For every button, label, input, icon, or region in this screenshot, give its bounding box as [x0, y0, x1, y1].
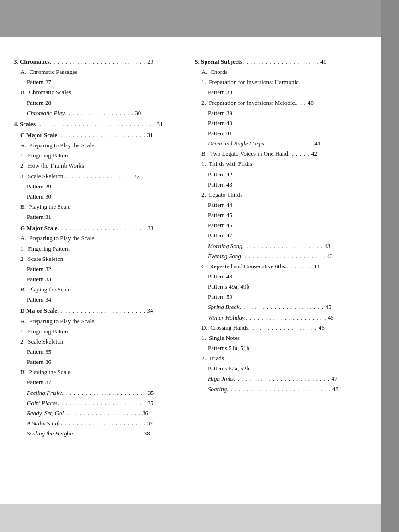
toc-numbered-item: 2. How the Thumb Works — [14, 161, 186, 170]
page-num: 31 — [145, 131, 153, 140]
toc-numbered-item: 2. Scale Skeleton — [14, 254, 186, 264]
item-text: Patterns 52a, 52b — [208, 365, 249, 372]
page-num: 30 — [133, 109, 141, 118]
item-text: Pattern 29 — [27, 183, 51, 190]
toc-alpha-item: A. Chords — [195, 67, 367, 77]
item-text: How the Thumb Works — [28, 162, 84, 169]
item-text: Pattern 30 — [27, 193, 51, 200]
toc-numbered-item: 2. Triads — [195, 354, 367, 363]
dots: . . . . . . . . . . . . . . . . . . . . … — [241, 252, 326, 261]
toc-plain-item: Pattern 39 — [195, 109, 367, 118]
item-text: Chords — [210, 68, 228, 75]
item-text: Pattern 48 — [208, 273, 232, 280]
top-bar — [0, 0, 381, 37]
dots: . . . . . . . . . . . . . . . . . . . . … — [242, 242, 323, 251]
item-text: Pattern 45 — [208, 212, 232, 218]
toc-plain-item: Patterns 52a, 52b — [195, 364, 367, 373]
toc-plain-item: Pattern 41 — [195, 129, 367, 138]
right-column: 5. Special Subjects. . . . . . . . . . .… — [195, 55, 367, 486]
toc-alpha-item: B. Chromatic Scales — [14, 88, 186, 97]
alpha-label: B. — [20, 203, 29, 210]
item-text: Pattern 34 — [27, 296, 51, 303]
num-label: 2. — [20, 255, 28, 262]
item-text: G Major Scale — [20, 224, 58, 233]
toc-numbered-item: 2. Legato Thirds — [195, 190, 367, 200]
toc-numbered-item: 1. Thirds with Fifths — [195, 159, 367, 169]
item-text: Playing the Scale — [29, 369, 70, 375]
item-text: Patterns 51a, 51b — [208, 345, 249, 351]
toc-plain-item: Pattern 37 — [14, 378, 186, 387]
num-label: 1. — [20, 152, 28, 159]
left-column: 3. Chromatics. . . . . . . . . . . . . .… — [14, 55, 186, 486]
toc-italic-item: Winter Holiday.. . . . . . . . . . . . .… — [195, 313, 367, 322]
page-num: 36 — [141, 409, 148, 418]
item-text: Playing the Scale — [29, 203, 70, 210]
item-text: Pattern 31 — [27, 213, 51, 220]
alpha-label: B. — [20, 89, 29, 96]
item-text: Pattern 44 — [208, 201, 232, 208]
section-header: 4. Scales. . . . . . . . . . . . . . . .… — [14, 120, 186, 129]
item-text: Pattern 42 — [208, 171, 232, 178]
toc-alpha-dots-item: C. Repeated and Consecutive 6ths.. . . .… — [195, 262, 367, 271]
dots: . . . . . . . . . . . . . . . . . . . . … — [239, 302, 324, 312]
item-text: Scale Skeleton — [28, 172, 63, 181]
item-text: A Sailor's Life — [27, 419, 61, 428]
right-bar — [381, 0, 399, 532]
item-text: Pattern 46 — [208, 222, 232, 229]
toc-plain-item: Pattern 34 — [14, 295, 186, 304]
page-num: 45 — [326, 313, 334, 322]
alpha-label: B. — [20, 369, 29, 375]
page-num: 40 — [306, 98, 314, 108]
item-text: Pattern 41 — [208, 130, 232, 137]
toc-plain-item: Pattern 35 — [14, 347, 186, 357]
num-label: 1. — [20, 245, 28, 252]
item-text: Pattern 36 — [27, 358, 51, 365]
toc-plain-item: Pattern 48 — [195, 272, 367, 281]
item-text: Pattern 37 — [27, 379, 51, 386]
page-num: 45 — [324, 302, 331, 312]
toc-alpha-item: A. Chromatic Passages — [14, 67, 186, 77]
toc-plain-item: Pattern 45 — [195, 211, 367, 220]
item-text: Fingering Pattern — [28, 245, 70, 252]
item-text: Goin' Places — [27, 399, 58, 408]
toc-italic-item: Soaring. . . . . . . . . . . . . . . . .… — [195, 385, 367, 394]
toc-plain-item: Pattern 46 — [195, 221, 367, 230]
toc-alpha-item: B. Playing the Scale — [14, 285, 186, 294]
dots: . . . . . . . . . . . . . . . . . . . . … — [36, 120, 155, 129]
item-text: Chromatic Play — [27, 109, 65, 118]
page-num: 34 — [145, 306, 153, 315]
toc-numbered-item: 2. Scale Skeleton — [14, 337, 186, 346]
toc-plain-item: Patterns 51a, 51b — [195, 344, 367, 353]
item-text: Pattern 35 — [27, 348, 51, 355]
toc-plain-item: Pattern 42 — [195, 170, 367, 179]
toc-italic-item: Scaling the Heights. . . . . . . . . . .… — [14, 429, 186, 438]
item-text: Triads — [209, 355, 224, 362]
num-label: 1. — [201, 79, 209, 85]
page-num: 29 — [146, 57, 153, 66]
alpha-label: A. — [20, 235, 29, 242]
page-num: 41 — [313, 139, 320, 148]
dots: . . . . . . . . . . . . . . . . . . . . … — [50, 57, 146, 66]
toc-plain-item: Pattern 50 — [195, 292, 367, 302]
item-text: Drum and Bugle Corps — [208, 139, 264, 148]
dots: . . . . . . . . . . . . . . . . . . — [248, 323, 317, 332]
item-text: Thirds with Fifths — [209, 160, 252, 167]
alpha-label: D. — [201, 323, 210, 332]
toc-alpha-item: A. Preparing to Play the Scale — [14, 234, 186, 243]
dots: . . . . . . . . . . . . . . . . . . . . … — [58, 399, 146, 408]
item-text: Preparation for Inversions: Harmonic — [209, 79, 299, 85]
num-label: 3. — [20, 172, 28, 181]
item-text: Scale Skeleton — [28, 255, 63, 262]
item-text: Pattern 28 — [27, 99, 51, 106]
dots: . . . . . . . — [287, 262, 312, 271]
toc-alpha-item: A. Preparing to Play the Scale — [14, 141, 186, 150]
dots: . . . . . . . . . . . . . — [264, 139, 313, 148]
item-text: Spring Break — [208, 302, 239, 312]
dots: . . . — [296, 98, 306, 108]
toc-italic-item: Spring Break. . . . . . . . . . . . . . … — [195, 302, 367, 312]
item-text: Pattern 33 — [27, 276, 51, 283]
page-num: 32 — [132, 172, 139, 181]
item-text: Pattern 47 — [208, 232, 232, 239]
item-text: Fingering Pattern — [28, 328, 70, 335]
toc-numbered-item: 1. Fingering Pattern — [14, 244, 186, 254]
